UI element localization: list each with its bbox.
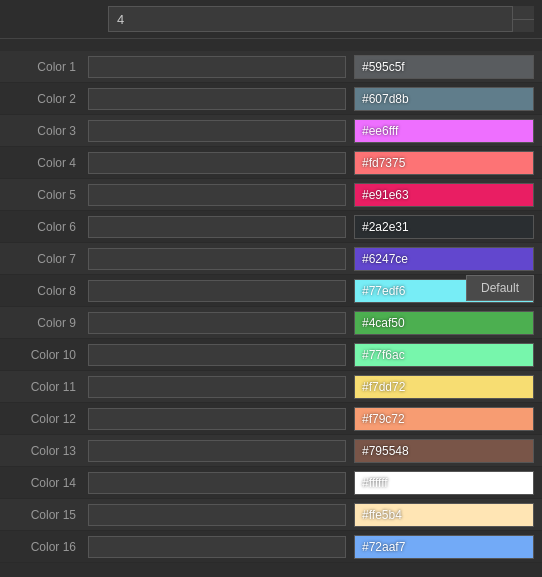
color-hex-value: #72aaf7 bbox=[354, 535, 534, 559]
column-headers bbox=[0, 39, 542, 51]
spinner-buttons bbox=[512, 6, 534, 32]
color-name-input[interactable] bbox=[88, 344, 346, 366]
color-row-label: Color 1 bbox=[8, 60, 88, 74]
color-row-label: Color 12 bbox=[8, 412, 88, 426]
table-row: Color 3#ee6fff bbox=[0, 115, 542, 147]
color-value-wrapper[interactable]: #2a2e31 bbox=[354, 215, 534, 239]
table-row: Color 4#fd7375 bbox=[0, 147, 542, 179]
header-row bbox=[0, 0, 542, 39]
color-hex-value: #ffffff bbox=[354, 471, 534, 495]
color-value-wrapper[interactable]: #ee6fff bbox=[354, 119, 534, 143]
color-value-wrapper[interactable]: #ffffff bbox=[354, 471, 534, 495]
table-row: Color 9#4caf50 bbox=[0, 307, 542, 339]
spinner-up-button[interactable] bbox=[513, 6, 534, 20]
table-row: Color 2#607d8b bbox=[0, 83, 542, 115]
color-name-input[interactable] bbox=[88, 440, 346, 462]
color-row-label: Color 3 bbox=[8, 124, 88, 138]
color-hex-value: #4caf50 bbox=[354, 311, 534, 335]
color-hex-value: #595c5f bbox=[354, 55, 534, 79]
color-hex-value: #f7dd72 bbox=[354, 375, 534, 399]
color-value-wrapper[interactable]: #e91e63 bbox=[354, 183, 534, 207]
color-value-wrapper[interactable]: #795548 bbox=[354, 439, 534, 463]
color-name-input[interactable] bbox=[88, 56, 346, 78]
color-row-label: Color 5 bbox=[8, 188, 88, 202]
color-name-input[interactable] bbox=[88, 376, 346, 398]
color-value-wrapper[interactable]: #f79c72 bbox=[354, 407, 534, 431]
active-colors-spinner[interactable] bbox=[108, 6, 534, 32]
color-name-input[interactable] bbox=[88, 184, 346, 206]
color-value-wrapper[interactable]: #ffe5b4 bbox=[354, 503, 534, 527]
color-hex-value: #795548 bbox=[354, 439, 534, 463]
spinner-down-button[interactable] bbox=[513, 20, 534, 33]
table-row: Color 15#ffe5b4 bbox=[0, 499, 542, 531]
table-row: Color 14#ffffff bbox=[0, 467, 542, 499]
color-name-input[interactable] bbox=[88, 152, 346, 174]
default-button[interactable]: Default bbox=[466, 275, 534, 301]
table-row: Color 12#f79c72 bbox=[0, 403, 542, 435]
color-hex-value: #fd7375 bbox=[354, 151, 534, 175]
table-row: Color 10#77f6ac bbox=[0, 339, 542, 371]
color-hex-value: #e91e63 bbox=[354, 183, 534, 207]
color-hex-value: #ee6fff bbox=[354, 119, 534, 143]
color-row-label: Color 11 bbox=[8, 380, 88, 394]
color-name-input[interactable] bbox=[88, 280, 346, 302]
table-row: Color 7#6247ce bbox=[0, 243, 542, 275]
color-row-label: Color 10 bbox=[8, 348, 88, 362]
color-hex-value: #607d8b bbox=[354, 87, 534, 111]
table-row: Color 11#f7dd72 bbox=[0, 371, 542, 403]
color-value-wrapper[interactable]: #4caf50 bbox=[354, 311, 534, 335]
color-row-label: Color 4 bbox=[8, 156, 88, 170]
color-name-input[interactable] bbox=[88, 312, 346, 334]
color-name-input[interactable] bbox=[88, 408, 346, 430]
color-row-label: Color 15 bbox=[8, 508, 88, 522]
table-row: Color 1#595c5f bbox=[0, 51, 542, 83]
color-value-wrapper[interactable]: #77f6ac bbox=[354, 343, 534, 367]
color-row-label: Color 14 bbox=[8, 476, 88, 490]
color-value-wrapper[interactable]: #6247ce bbox=[354, 247, 534, 271]
color-name-input[interactable] bbox=[88, 472, 346, 494]
color-hex-value: #f79c72 bbox=[354, 407, 534, 431]
table-row: Color 5#e91e63 bbox=[0, 179, 542, 211]
color-value-wrapper[interactable]: #72aaf7 bbox=[354, 535, 534, 559]
color-value-wrapper[interactable]: #f7dd72 bbox=[354, 375, 534, 399]
color-row-label: Color 6 bbox=[8, 220, 88, 234]
color-value-wrapper[interactable]: #607d8b bbox=[354, 87, 534, 111]
color-hex-value: #2a2e31 bbox=[354, 215, 534, 239]
color-rows-container: Color 1#595c5fColor 2#607d8bColor 3#ee6f… bbox=[0, 51, 542, 563]
color-hex-value: #ffe5b4 bbox=[354, 503, 534, 527]
color-row-label: Color 2 bbox=[8, 92, 88, 106]
color-name-input[interactable] bbox=[88, 248, 346, 270]
color-value-wrapper[interactable]: #fd7375 bbox=[354, 151, 534, 175]
color-name-input[interactable] bbox=[88, 88, 346, 110]
color-name-input[interactable] bbox=[88, 216, 346, 238]
color-value-wrapper[interactable]: #595c5f bbox=[354, 55, 534, 79]
color-name-input[interactable] bbox=[88, 120, 346, 142]
color-name-input[interactable] bbox=[88, 536, 346, 558]
color-hex-value: #77f6ac bbox=[354, 343, 534, 367]
table-row: Color 16#72aaf7 bbox=[0, 531, 542, 563]
table-row: Color 13#795548 bbox=[0, 435, 542, 467]
color-name-input[interactable] bbox=[88, 504, 346, 526]
color-hex-value: #6247ce bbox=[354, 247, 534, 271]
table-row: Color 6#2a2e31 bbox=[0, 211, 542, 243]
color-row-label: Color 8 bbox=[8, 284, 88, 298]
color-row-label: Color 16 bbox=[8, 540, 88, 554]
color-row-label: Color 7 bbox=[8, 252, 88, 266]
color-row-label: Color 13 bbox=[8, 444, 88, 458]
active-colors-input[interactable] bbox=[108, 6, 534, 32]
table-row: Color 8#77edf6 bbox=[0, 275, 542, 307]
color-row-label: Color 9 bbox=[8, 316, 88, 330]
